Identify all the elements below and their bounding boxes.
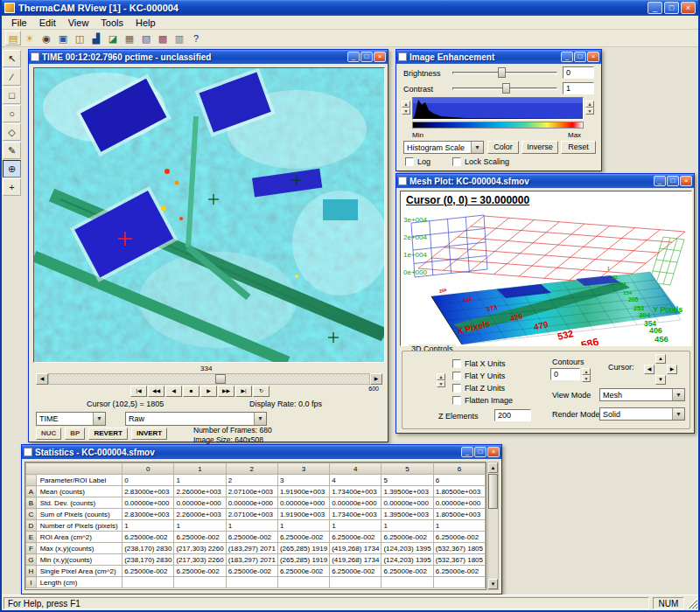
statistics-vscrollbar[interactable]: ▲ ▼ xyxy=(487,462,499,590)
stats-col-header[interactable]: 1 xyxy=(174,463,226,475)
cursor-down-icon[interactable]: ▼ xyxy=(655,375,666,385)
row-letter[interactable]: B xyxy=(26,497,37,509)
stat-value-cell[interactable]: 1.80500e+003 xyxy=(433,486,485,497)
stat-value-cell[interactable]: (532,367) 1805 xyxy=(433,543,485,554)
roi-label-cell[interactable]: 6 xyxy=(433,475,485,486)
stat-value-cell[interactable] xyxy=(382,577,433,588)
color-button[interactable]: Color xyxy=(487,141,519,154)
resize-grip[interactable] xyxy=(686,597,697,609)
stat-value-cell[interactable]: (532,367) 1805 xyxy=(433,554,485,566)
image-maximize-button[interactable]: □ xyxy=(360,52,373,62)
frame-scrollbar-track[interactable] xyxy=(48,373,370,385)
stats-col-header[interactable]: 3 xyxy=(277,463,329,475)
inverse-button[interactable]: Inverse xyxy=(522,141,558,154)
z-elements-field[interactable]: 200 xyxy=(494,409,531,421)
spin-down-icon[interactable]: ▼ xyxy=(402,108,410,115)
stat-value-cell[interactable]: 0.00000e+000 xyxy=(226,497,277,509)
roi-label-cell[interactable]: 1 xyxy=(174,475,226,486)
freehand-tool[interactable]: ✎ xyxy=(3,142,21,159)
brightness-slider-thumb[interactable] xyxy=(498,67,506,78)
stat-value-cell[interactable]: 2.83000e+003 xyxy=(122,486,174,497)
stat-value-cell[interactable]: 1.39500e+003 xyxy=(382,486,433,497)
stat-value-cell[interactable]: 6.25000e-002 xyxy=(330,532,382,543)
row-letter[interactable]: H xyxy=(26,566,37,577)
stat-value-cell[interactable]: 6.25000e-002 xyxy=(277,566,329,577)
enhancement-titlebar[interactable]: Image Enhancement _ □ × xyxy=(396,50,601,64)
mesh-plot-area[interactable]: Cursor (0, 0) = 30.000000 X Pixels Y Pix… xyxy=(400,191,692,346)
stat-value-cell[interactable]: 2.26000e+003 xyxy=(174,509,226,520)
stat-value-cell[interactable]: (183,297) 2071 xyxy=(226,554,277,566)
stat-value-cell[interactable]: 6.25000e-002 xyxy=(122,532,174,543)
thermal-image-view[interactable] xyxy=(33,67,385,363)
nuc-button[interactable]: NUC xyxy=(36,428,61,440)
cursor-left-icon[interactable]: ◀ xyxy=(644,365,654,374)
roi-label-cell[interactable]: 2 xyxy=(226,475,277,486)
spin-up-icon[interactable]: ▲ xyxy=(582,368,591,375)
maximize-button[interactable]: □ xyxy=(664,2,679,14)
stat-value-cell[interactable]: 1 xyxy=(122,520,174,532)
stat-value-cell[interactable]: 1 xyxy=(382,520,433,532)
scroll-up-icon[interactable]: ▲ xyxy=(488,462,498,473)
row-letter[interactable]: C xyxy=(26,509,37,520)
chevron-down-icon[interactable]: ▼ xyxy=(254,413,266,425)
stat-value-cell[interactable]: (238,170) 2830 xyxy=(122,543,174,554)
stat-value-cell[interactable]: 6.25000e-002 xyxy=(174,566,226,577)
scroll-left-icon[interactable]: ◀ xyxy=(36,373,48,385)
frame-last-button[interactable]: ▶| xyxy=(235,386,252,397)
statistics-minimize-button[interactable]: _ xyxy=(461,447,473,457)
frame-forward-button[interactable]: ▶▶ xyxy=(218,386,234,397)
frame-scrollbar[interactable]: ◀ ▶ xyxy=(36,373,382,385)
chevron-down-icon[interactable]: ▼ xyxy=(93,413,105,425)
invert-button[interactable]: INVERT xyxy=(131,428,167,440)
stat-value-cell[interactable]: 1 xyxy=(174,520,226,532)
time-combo[interactable]: TIME▼ xyxy=(36,412,106,426)
spin-up-icon[interactable]: ▲ xyxy=(437,373,445,380)
cursor-up-icon[interactable]: ▲ xyxy=(655,354,666,364)
camera-icon[interactable]: ◉ xyxy=(38,31,54,45)
stat-value-cell[interactable] xyxy=(433,577,485,588)
revert-button[interactable]: REVERT xyxy=(88,428,127,440)
stat-value-cell[interactable]: 1.73400e+003 xyxy=(330,486,382,497)
zoom-tool[interactable]: ⊕ xyxy=(3,160,21,177)
mesh-minimize-button[interactable]: _ xyxy=(654,176,666,186)
table-icon[interactable]: ▥ xyxy=(172,31,187,45)
image-icon[interactable]: ▧ xyxy=(138,31,154,45)
row-letter[interactable]: A xyxy=(26,486,37,497)
render-mode-combo[interactable]: Solid▼ xyxy=(599,407,685,421)
mesh-titlebar[interactable]: Mesh Plot: KC-000004.sfmov _ □ × xyxy=(396,174,694,188)
spin-down-icon[interactable]: ▼ xyxy=(437,380,445,387)
row-letter[interactable]: G xyxy=(26,554,37,566)
statistics-titlebar[interactable]: Statistics - KC-000004.sfmov _ □ × xyxy=(22,445,501,459)
flat-x-checkbox[interactable]: Flat X Units xyxy=(452,359,506,368)
stat-value-cell[interactable]: 6.25000e-002 xyxy=(382,566,433,577)
stat-value-cell[interactable]: 0.00000e+000 xyxy=(433,497,485,509)
stat-value-cell[interactable]: 1 xyxy=(226,520,277,532)
stats-col-header[interactable]: 0 xyxy=(122,463,174,475)
stat-value-cell[interactable]: 0.00000e+000 xyxy=(277,497,329,509)
stat-value-cell[interactable]: 1.80500e+003 xyxy=(433,509,485,520)
frame-first-button[interactable]: |◀ xyxy=(130,386,147,397)
frame-scrollbar-thumb[interactable] xyxy=(215,374,226,384)
spin-up-icon[interactable]: ▲ xyxy=(585,101,594,108)
image-window-titlebar[interactable]: TIME 00:12:02.7960 pctime - unclassified… xyxy=(29,50,388,64)
stat-value-cell[interactable] xyxy=(174,577,226,588)
map-combo[interactable]: Raw▼ xyxy=(125,412,267,426)
stat-value-cell[interactable] xyxy=(277,577,329,588)
stats-col-header[interactable]: 5 xyxy=(382,463,433,475)
frame-prev-button[interactable]: ◀ xyxy=(165,386,182,397)
brightness-slider[interactable] xyxy=(452,66,557,79)
menu-edit[interactable]: Edit xyxy=(33,17,62,29)
stat-value-cell[interactable]: (183,297) 2071 xyxy=(226,543,277,554)
stat-value-cell[interactable]: 6.25000e-002 xyxy=(277,532,329,543)
histogram-icon[interactable]: ▟ xyxy=(88,31,104,45)
stat-value-cell[interactable]: 6.25000e-002 xyxy=(226,532,277,543)
stats-col-header[interactable]: 4 xyxy=(330,463,382,475)
contrast-slider[interactable] xyxy=(452,82,557,94)
stat-value-cell[interactable]: 0.00000e+000 xyxy=(330,497,382,509)
flat-y-checkbox[interactable]: Flat Y Units xyxy=(452,372,505,380)
loop-button[interactable]: ↻ xyxy=(253,386,270,397)
stat-value-cell[interactable]: 1.39500e+003 xyxy=(382,509,433,520)
stat-value-cell[interactable]: 1 xyxy=(277,520,329,532)
stat-value-cell[interactable]: (217,303) 2260 xyxy=(174,543,226,554)
play-button[interactable]: ▶ xyxy=(200,386,217,397)
